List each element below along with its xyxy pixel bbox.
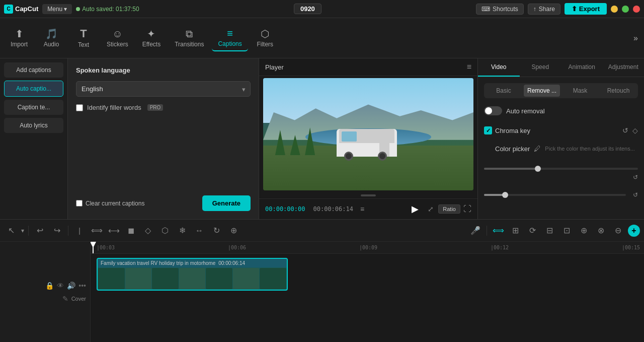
align-button[interactable]: ⊟ [542,224,556,238]
tool-captions[interactable]: ≡ Captions [212,25,248,51]
link2-button[interactable]: ⟳ [525,224,539,238]
tool-transitions[interactable]: ⧉ Transitions [169,26,210,51]
clear-captions-checkbox[interactable] [76,200,83,207]
caption-template-button[interactable]: Caption te... [4,100,63,115]
shortcuts-button[interactable]: ⌨ Shortcuts [476,4,524,15]
tab-video[interactable]: Video [478,58,520,77]
split-clip-button[interactable]: ⟷ [107,224,121,238]
delete-button[interactable]: ◼ [124,224,138,238]
split-button[interactable]: | [72,224,87,238]
timeline: 🔒 👁 🔊 ••• ✎ Cover |00:03 |00:06 |00:09 |… [0,241,644,342]
rotate-button[interactable]: ↻ [209,224,223,238]
add-track-button[interactable]: + [628,225,640,237]
toolbar-separator-3 [487,226,487,236]
redo-button[interactable]: ↪ [50,224,64,238]
minimize-button[interactable]: — [611,6,618,13]
tool-text[interactable]: T Text [68,25,99,51]
tool-import[interactable]: ⬆ Import [4,26,34,51]
slider-1-reset-button[interactable]: ↺ [633,174,638,181]
auto-lyrics-button[interactable]: Auto lyrics [4,118,63,133]
select-tool-button[interactable]: ↖ [4,224,18,238]
tool-effects[interactable]: ✦ Effects [136,26,167,51]
trees-layer [274,127,316,157]
play-button[interactable]: ▶ [408,202,422,216]
timeline-clip[interactable]: Family vacation travel RV holiday trip i… [97,258,288,291]
chroma-undo-button[interactable]: ↺ [622,126,628,134]
menu-button[interactable]: Menu ▾ [42,4,72,14]
auto-caption-button[interactable]: Auto captio... [4,81,63,97]
pro-badge: PRO [147,104,164,111]
spoken-language-title: Spoken language [76,66,251,74]
language-select[interactable]: English Spanish French German Japanese C… [76,81,251,97]
mic-button[interactable]: 🎤 [468,224,482,238]
right-panel: Video Speed Animation Adjustment Basic R… [478,58,644,219]
chroma-key-checkbox[interactable]: ✓ [484,126,492,134]
timeline-edit-icon[interactable]: ✎ [62,295,68,303]
slider-2-thumb[interactable] [502,192,508,198]
tab-animation[interactable]: Animation [561,58,603,77]
timeline-content: |00:03 |00:06 |00:09 |00:12 |00:15 Famil… [91,242,644,342]
audio-label: Audio [44,41,59,48]
checkmark-icon: ✓ [486,127,491,134]
tab-speed[interactable]: Speed [520,58,561,77]
auto-removal-toggle[interactable] [484,106,502,115]
emoji-button[interactable]: ⊕ [577,224,591,238]
chroma-key-row: ✓ Chroma key ↺ ◇ [484,123,638,138]
export-button[interactable]: ⬆ Export [565,3,607,15]
ratio-button[interactable]: Ratio [438,204,460,214]
select-dropdown-icon[interactable]: ▾ [21,227,24,234]
timeline-eye-icon[interactable]: 👁 [57,282,64,290]
maximize-button[interactable]: □ [622,6,629,13]
tool-audio[interactable]: 🎵 Audio [36,26,66,51]
crop-button[interactable]: ◇ [141,224,155,238]
link-button[interactable]: ⊞ [508,224,522,238]
fullscreen-fit-button[interactable]: ⤢ [426,203,435,215]
generate-button[interactable]: Generate [202,195,251,211]
content-area: Add captions Auto captio... Caption te..… [0,58,644,219]
timeline-cursor[interactable] [93,242,94,253]
add-captions-button[interactable]: Add captions [4,62,63,78]
bg-remove-button[interactable]: ⊕ [226,224,240,238]
tab-adjustment[interactable]: Adjustment [603,58,645,77]
freeze-button[interactable]: ❄ [175,224,189,238]
speed-button[interactable]: ⊗ [594,224,608,238]
toolbar-more-button[interactable]: » [631,32,640,45]
slider-2-track[interactable] [484,194,626,196]
caption-settings-panel: Spoken language English Spanish French G… [68,58,259,219]
slider-1-thumb[interactable] [535,166,541,172]
slider-1-track[interactable] [484,168,638,170]
timeline-audio-icon[interactable]: 🔊 [67,282,75,290]
eyedropper-icon[interactable]: 🖊 [534,145,541,153]
subtab-basic[interactable]: Basic [486,85,522,97]
tool-stickers[interactable]: ☺ Stickers [101,26,134,51]
share-button[interactable]: ↑ Share [528,4,560,15]
mirror-button[interactable]: ↔ [192,224,206,238]
timeline-more-icon[interactable]: ••• [78,282,86,290]
share-label: Share [539,6,555,13]
minus-button[interactable]: ⊖ [611,224,625,238]
insert-button[interactable]: ⊡ [559,224,574,238]
tool-filters[interactable]: ⬡ Filters [250,26,280,51]
undo-button[interactable]: ↩ [33,224,47,238]
close-button[interactable]: × [633,6,640,13]
subtab-remove[interactable]: Remove ... [524,85,560,97]
thumb-4 [179,268,206,289]
subtab-retouch[interactable]: Retouch [600,85,636,97]
export-label: Export [579,5,600,13]
topbar-center: 0920 [294,4,321,14]
left-panel: Add captions Auto captio... Caption te..… [0,58,68,219]
stickers-label: Stickers [107,41,128,48]
split-audio-button[interactable]: ⟺ [90,224,104,238]
subtab-mask[interactable]: Mask [562,85,598,97]
timeline-lock-icon[interactable]: 🔒 [45,282,54,290]
magnet-button[interactable]: ⟺ [491,224,505,238]
timeline-list-icon[interactable]: ≡ [360,205,364,213]
slider-2-reset-button[interactable]: ↺ [633,191,638,198]
thumb-6 [233,268,260,289]
fullscreen-button[interactable]: ⛶ [463,204,471,214]
slider-1-controls: ↺ [484,174,638,181]
player-menu-icon[interactable]: ≡ [467,62,471,72]
transform-button[interactable]: ⬡ [158,224,172,238]
filler-words-checkbox[interactable] [76,104,83,111]
chroma-redo-button[interactable]: ◇ [632,126,638,134]
